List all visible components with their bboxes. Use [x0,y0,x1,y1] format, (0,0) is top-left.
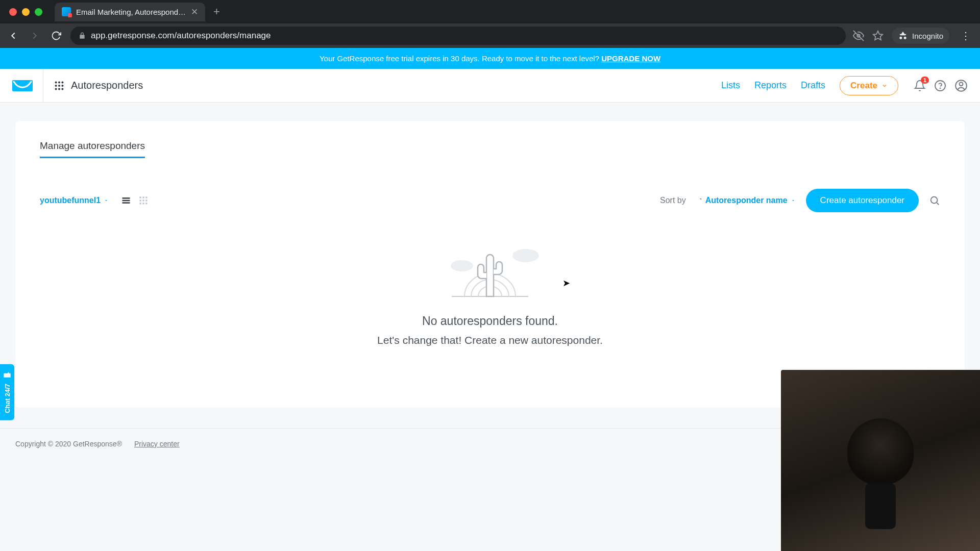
sort-by-label: Sort by [660,196,686,205]
close-window-button[interactable] [9,8,17,16]
svg-marker-1 [873,31,883,40]
sort-arrow-icon [696,197,702,204]
maximize-window-button[interactable] [35,8,42,16]
svg-point-14 [960,82,963,86]
webcam-overlay [781,370,980,551]
empty-state-subtitle: Let's change that! Create a new autoresp… [40,334,940,346]
view-toggle [121,195,149,206]
new-tab-button[interactable]: + [205,5,228,18]
browser-chrome: Email Marketing, Autorespond… ✕ + app.ge… [0,0,980,48]
incognito-badge[interactable]: Incognito [892,28,949,44]
svg-rect-22 [142,199,144,201]
svg-rect-16 [122,200,130,202]
empty-state: No autoresponders found. Let's change th… [40,238,940,346]
help-icon [934,80,946,92]
cactus-illustration-icon [431,238,549,299]
incognito-label: Incognito [912,32,943,40]
grid-view-button[interactable] [138,195,149,206]
caret-down-icon [104,198,109,203]
incognito-icon [898,31,908,41]
upgrade-now-link[interactable]: UPGRADE NOW [601,54,660,63]
caret-down-icon [791,198,796,203]
content-card: Manage autoresponders youtubefunnel1 Sor… [15,121,965,408]
svg-point-7 [61,84,63,86]
app-viewport: Your GetResponse free trial expires in 3… [0,48,980,551]
svg-rect-26 [145,203,147,204]
svg-rect-15 [122,197,130,199]
svg-rect-21 [140,199,141,201]
tab-manage-autoresponders[interactable]: Manage autoresponders [40,140,145,158]
notification-count-badge: 1 [921,77,929,84]
list-view-icon [121,195,131,206]
search-button[interactable] [929,195,940,206]
svg-rect-23 [145,199,147,201]
apps-menu-button[interactable] [54,80,65,91]
svg-point-5 [55,84,57,86]
grid-view-icon [138,195,149,206]
minimize-window-button[interactable] [22,8,30,16]
top-navigation: Lists Reports Drafts Create [721,76,898,95]
chat-label: Chat 24/7 [4,384,11,413]
list-view-button[interactable] [121,195,131,206]
reload-button[interactable] [49,29,63,43]
logo-wrap [12,69,43,102]
back-button[interactable] [6,29,20,43]
toolbar-right: Sort by Autoresponder name Create autore… [660,189,940,212]
nav-reports[interactable]: Reports [754,80,787,91]
toolbar-right: Incognito ⋮ [853,28,974,44]
page-title: Autoresponders [71,80,143,91]
svg-rect-24 [140,203,141,204]
url-field[interactable]: app.getresponse.com/autoresponders/manag… [70,27,846,45]
search-icon [929,195,940,206]
browser-menu-button[interactable]: ⋮ [958,30,974,42]
svg-rect-19 [142,197,144,198]
svg-rect-25 [142,203,144,204]
account-button[interactable] [954,79,968,92]
favicon-icon [62,7,71,16]
tab-title: Email Marketing, Autorespond… [76,8,186,16]
upgrade-banner: Your GetResponse free trial expires in 3… [0,48,980,69]
nav-drafts[interactable]: Drafts [801,80,825,91]
svg-point-2 [55,81,57,83]
app-topbar: Autoresponders Lists Reports Drafts Crea… [0,69,980,103]
notifications-button[interactable]: 1 [914,80,926,92]
svg-point-10 [61,88,63,90]
content-tabs: Manage autoresponders [40,140,940,158]
bookmark-star-icon[interactable] [872,30,884,41]
chat-icon [3,371,11,380]
svg-point-9 [58,88,60,90]
browser-tab[interactable]: Email Marketing, Autorespond… ✕ [55,3,205,21]
help-button[interactable] [934,80,946,92]
window-controls [5,8,50,16]
list-selector[interactable]: youtubefunnel1 [40,196,109,205]
chevron-down-icon [881,83,888,89]
svg-rect-17 [122,202,130,204]
svg-point-11 [935,81,945,91]
create-button[interactable]: Create [840,76,898,95]
banner-text: Your GetResponse free trial expires in 3… [320,54,601,63]
privacy-center-link[interactable]: Privacy center [134,440,180,448]
svg-point-27 [931,197,938,204]
svg-rect-18 [140,197,141,198]
svg-point-8 [55,88,57,90]
user-icon [954,79,968,92]
create-autoresponder-button[interactable]: Create autoresponder [806,189,919,212]
url-text: app.getresponse.com/autoresponders/manag… [91,31,271,41]
chat-widget-button[interactable]: Chat 24/7 [0,364,14,420]
forward-button[interactable] [28,29,42,43]
topbar-icons: 1 [914,79,968,92]
lock-icon [79,32,86,39]
create-button-label: Create [850,81,877,91]
svg-point-6 [58,84,60,86]
close-tab-button[interactable]: ✕ [191,7,198,17]
tab-bar: Email Marketing, Autorespond… ✕ + [0,0,980,23]
nav-lists[interactable]: Lists [721,80,740,91]
eye-off-icon[interactable] [853,30,864,41]
empty-state-title: No autoresponders found. [40,314,940,328]
svg-rect-20 [145,197,147,198]
svg-point-12 [940,88,941,88]
getresponse-logo-icon[interactable] [12,78,33,93]
content-toolbar: youtubefunnel1 Sort by Autoresponder nam… [40,189,940,212]
sort-selector[interactable]: Autoresponder name [696,196,796,205]
svg-point-28 [451,260,473,271]
